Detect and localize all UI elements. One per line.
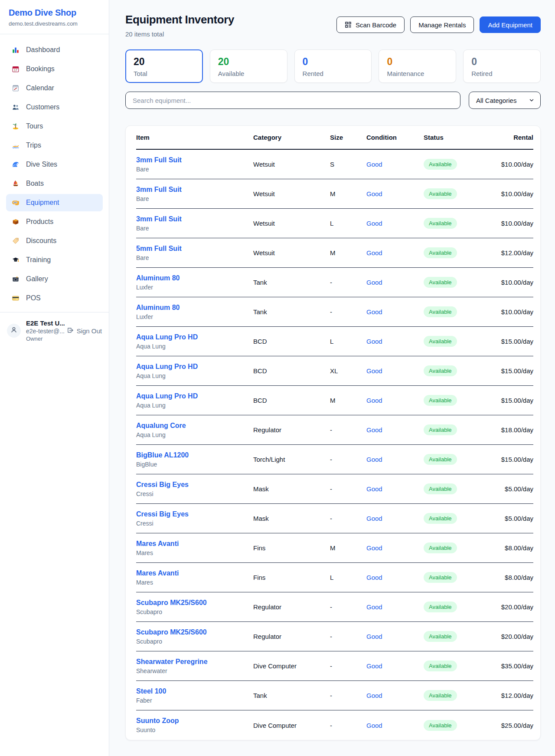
sidebar-item-dive-sites[interactable]: Dive Sites: [6, 156, 103, 173]
item-name-link[interactable]: Aluminum 80: [136, 304, 253, 312]
item-rental-rate: $20.00/day: [499, 603, 533, 611]
sign-out-button[interactable]: Sign Out: [67, 327, 102, 335]
sidebar-item-trips[interactable]: Trips: [6, 137, 103, 154]
item-condition-link[interactable]: Good: [366, 249, 424, 256]
item-condition-link[interactable]: Good: [366, 692, 424, 699]
item-name-link[interactable]: Mares Avanti: [136, 569, 253, 577]
training-icon: [11, 256, 20, 264]
item-condition-link[interactable]: Good: [366, 190, 424, 197]
category-select[interactable]: All Categories: [469, 92, 541, 109]
user-block: E2E Test U... e2e-tester@... Owner Sign …: [0, 312, 109, 349]
item-condition-link[interactable]: Good: [366, 220, 424, 227]
stat-card-available[interactable]: 20 Available: [210, 49, 287, 83]
table-row: Mares Avanti Mares Fins M Good Available…: [136, 533, 533, 563]
item-rental-rate: $10.00/day: [499, 220, 533, 227]
item-size: -: [330, 722, 366, 729]
search-input[interactable]: [125, 92, 460, 109]
status-badge: Available: [424, 247, 457, 258]
item-name-link[interactable]: Aqua Lung Pro HD: [136, 363, 253, 371]
column-header-size: Size: [330, 134, 366, 141]
status-badge: Available: [424, 572, 457, 583]
item-name-link[interactable]: Aqua Lung Pro HD: [136, 392, 253, 400]
item-condition-link[interactable]: Good: [366, 456, 424, 463]
sidebar-item-calendar[interactable]: Calendar: [6, 79, 103, 97]
item-name-link[interactable]: BigBlue AL1200: [136, 451, 253, 459]
item-name-link[interactable]: Mares Avanti: [136, 540, 253, 548]
item-rental-rate: $35.00/day: [499, 662, 533, 670]
stat-card-total[interactable]: 20 Total: [125, 49, 203, 83]
calendar-icon: [11, 84, 20, 92]
manage-rentals-button[interactable]: Manage Rentals: [410, 16, 474, 33]
svg-text:17: 17: [14, 69, 17, 72]
column-header-status: Status: [424, 134, 499, 141]
item-condition-link[interactable]: Good: [366, 544, 424, 552]
sidebar-item-bookings[interactable]: 17 Bookings: [6, 60, 103, 78]
item-condition-link[interactable]: Good: [366, 308, 424, 316]
item-condition-link[interactable]: Good: [366, 279, 424, 286]
add-equipment-label: Add Equipment: [488, 21, 532, 29]
sidebar-item-products[interactable]: Products: [6, 213, 103, 230]
item-name-link[interactable]: Suunto Zoop: [136, 717, 253, 725]
item-condition-link[interactable]: Good: [366, 574, 424, 581]
item-condition-link[interactable]: Good: [366, 161, 424, 168]
status-badge: Available: [424, 159, 457, 170]
sidebar-item-equipment[interactable]: Equipment: [6, 194, 103, 211]
scan-barcode-button[interactable]: Scan Barcode: [336, 16, 405, 33]
stat-card-rented[interactable]: 0 Rented: [294, 49, 372, 83]
item-name-link[interactable]: Cressi Big Eyes: [136, 481, 253, 489]
item-condition-link[interactable]: Good: [366, 662, 424, 670]
item-condition-link[interactable]: Good: [366, 338, 424, 345]
add-equipment-button[interactable]: Add Equipment: [480, 16, 541, 33]
item-category: Wetsuit: [253, 190, 330, 197]
sidebar-item-tours[interactable]: Tours: [6, 118, 103, 135]
item-name-link[interactable]: Cressi Big Eyes: [136, 510, 253, 518]
stat-cards: 20 Total 20 Available 0 Rented 0 Mainten…: [125, 49, 541, 83]
item-size: -: [330, 279, 366, 286]
sidebar-item-pos[interactable]: POS: [6, 289, 103, 307]
sidebar-item-customers[interactable]: Customers: [6, 99, 103, 116]
item-condition-link[interactable]: Good: [366, 722, 424, 729]
item-condition-link[interactable]: Good: [366, 603, 424, 611]
sidebar-item-training[interactable]: Training: [6, 251, 103, 269]
item-name-link[interactable]: Scubapro MK25/S600: [136, 599, 253, 607]
gallery-icon: [11, 275, 20, 283]
item-condition-link[interactable]: Good: [366, 633, 424, 640]
sidebar-item-dashboard[interactable]: Dashboard: [6, 41, 103, 59]
item-brand: Aqua Lung: [136, 343, 253, 350]
item-size: M: [330, 544, 366, 552]
stat-label: Retired: [471, 70, 532, 77]
item-condition-link[interactable]: Good: [366, 426, 424, 434]
item-name-link[interactable]: Aqua Lung Pro HD: [136, 333, 253, 341]
item-rental-rate: $18.00/day: [499, 426, 533, 434]
item-name-link[interactable]: Steel 100: [136, 687, 253, 695]
status-badge: Available: [424, 306, 457, 317]
item-name-link[interactable]: 5mm Full Suit: [136, 245, 253, 253]
item-condition-link[interactable]: Good: [366, 397, 424, 404]
item-name-link[interactable]: Aqualung Core: [136, 422, 253, 430]
item-name-link[interactable]: 3mm Full Suit: [136, 186, 253, 194]
item-category: Wetsuit: [253, 249, 330, 256]
sidebar-item-boats[interactable]: Boats: [6, 175, 103, 192]
item-size: -: [330, 662, 366, 670]
table-row: BigBlue AL1200 BigBlue Torch/Light - Goo…: [136, 445, 533, 474]
stat-card-retired[interactable]: 0 Retired: [463, 49, 541, 83]
item-condition-link[interactable]: Good: [366, 485, 424, 493]
item-name-link[interactable]: Shearwater Peregrine: [136, 658, 253, 666]
item-name-link[interactable]: 3mm Full Suit: [136, 215, 253, 223]
item-name-link[interactable]: Scubapro MK25/S600: [136, 628, 253, 636]
item-name-link[interactable]: 3mm Full Suit: [136, 156, 253, 164]
stat-card-maintenance[interactable]: 0 Maintenance: [379, 49, 456, 83]
item-category: BCD: [253, 338, 330, 345]
stat-value: 20: [134, 56, 195, 68]
item-category: Regulator: [253, 603, 330, 611]
table-row: Cressi Big Eyes Cressi Mask - Good Avail…: [136, 474, 533, 504]
sidebar-item-discounts[interactable]: Discounts: [6, 232, 103, 250]
item-condition-link[interactable]: Good: [366, 367, 424, 375]
item-rental-rate: $10.00/day: [499, 161, 533, 168]
main-content: Equipment Inventory 20 items total: [109, 0, 555, 753]
item-condition-link[interactable]: Good: [366, 515, 424, 522]
item-name-link[interactable]: Aluminum 80: [136, 274, 253, 282]
status-badge: Available: [424, 631, 457, 642]
sidebar-item-gallery[interactable]: Gallery: [6, 270, 103, 288]
item-category: Fins: [253, 574, 330, 581]
